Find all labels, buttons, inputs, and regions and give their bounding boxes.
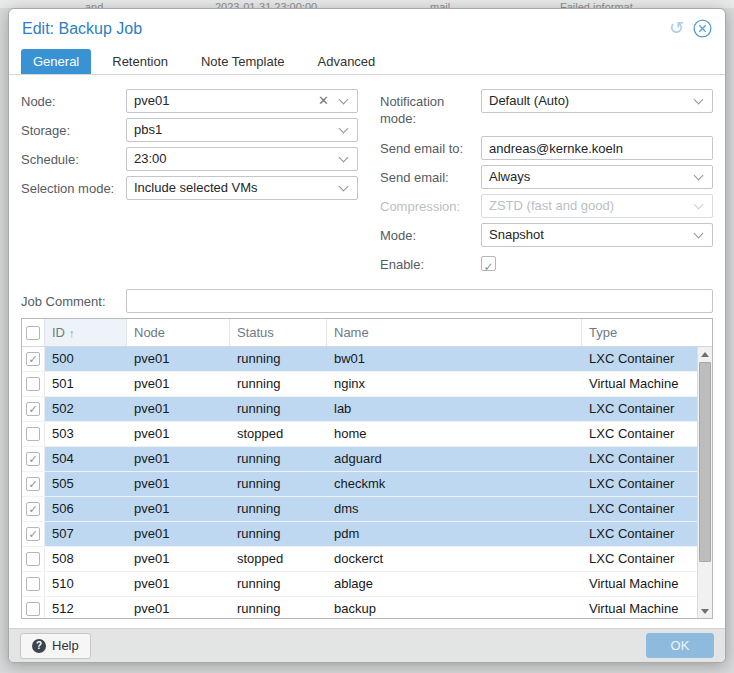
table-row[interactable]: 504 pve01 running adguard LXC Container: [22, 447, 712, 472]
job-comment-input[interactable]: [126, 289, 713, 313]
cell-type: LXC Container: [582, 447, 712, 471]
scrollbar-thumb[interactable]: [699, 362, 711, 562]
row-checkbox[interactable]: [26, 427, 40, 441]
tab-note-template[interactable]: Note Template: [189, 49, 297, 74]
table-row[interactable]: 506 pve01 running dms LXC Container: [22, 497, 712, 522]
table-header: ID↑ Node Status Name Type: [22, 319, 712, 347]
table-row[interactable]: 501 pve01 running nginx Virtual Machine: [22, 372, 712, 397]
cell-name: checkmk: [327, 472, 582, 496]
tab-advanced[interactable]: Advanced: [306, 49, 388, 74]
cell-status: running: [230, 572, 327, 596]
send-email-combo[interactable]: Always: [481, 165, 713, 189]
column-header-node[interactable]: Node: [127, 319, 230, 346]
select-all-checkbox[interactable]: [26, 326, 40, 340]
row-checkbox[interactable]: [26, 477, 40, 491]
background-text-fragment: Failed informat: [560, 1, 633, 8]
mode-combo[interactable]: Snapshot: [481, 223, 713, 247]
schedule-combo[interactable]: 23:00: [126, 147, 358, 171]
row-checkbox[interactable]: [26, 452, 40, 466]
row-checkbox[interactable]: [26, 602, 40, 616]
tab-label: Retention: [112, 54, 168, 69]
mode-label: Mode:: [380, 223, 481, 244]
cell-name: lab: [327, 397, 582, 421]
cell-status: stopped: [230, 547, 327, 571]
storage-label: Storage:: [21, 118, 126, 139]
job-comment-row: Job Comment:: [21, 289, 713, 313]
table-row[interactable]: 503 pve01 stopped home LXC Container: [22, 422, 712, 447]
column-header-name[interactable]: Name: [327, 319, 582, 346]
cell-node: pve01: [127, 597, 230, 618]
cell-node: pve01: [127, 472, 230, 496]
cell-id: 500: [45, 347, 127, 371]
notification-mode-combo[interactable]: Default (Auto): [481, 89, 713, 113]
cell-id: 510: [45, 572, 127, 596]
scrollbar-up-button[interactable]: [698, 347, 712, 361]
row-checkbox-cell: [22, 497, 45, 521]
table-row[interactable]: 500 pve01 running bw01 LXC Container: [22, 347, 712, 372]
tab-general[interactable]: General: [21, 49, 91, 74]
node-label: Node:: [21, 89, 126, 110]
table-row[interactable]: 507 pve01 running pdm LXC Container: [22, 522, 712, 547]
table-row[interactable]: 512 pve01 running backup Virtual Machine: [22, 597, 712, 618]
storage-field-row: Storage: pbs1: [21, 118, 358, 142]
table-row[interactable]: 508 pve01 stopped dockerct LXC Container: [22, 547, 712, 572]
cell-name: nginx: [327, 372, 582, 396]
cell-status: stopped: [230, 422, 327, 446]
ok-button[interactable]: OK: [646, 633, 714, 658]
tab-retention[interactable]: Retention: [100, 49, 180, 74]
selection-mode-label: Selection mode:: [21, 176, 126, 197]
row-checkbox[interactable]: [26, 502, 40, 516]
row-checkbox[interactable]: [26, 402, 40, 416]
column-header-status[interactable]: Status: [230, 319, 327, 346]
cell-id: 504: [45, 447, 127, 471]
schedule-label: Schedule:: [21, 147, 126, 168]
row-checkbox[interactable]: [26, 552, 40, 566]
row-checkbox-cell: [22, 347, 45, 371]
close-icon[interactable]: [693, 19, 712, 38]
compression-label: Compression:: [380, 194, 481, 215]
column-header-id[interactable]: ID↑: [45, 319, 127, 346]
tab-label: Note Template: [201, 54, 285, 69]
node-combo[interactable]: pve01 ✕: [126, 89, 358, 113]
scrollbar-down-button[interactable]: [698, 604, 712, 618]
storage-combo[interactable]: pbs1: [126, 118, 358, 142]
cell-id: 506: [45, 497, 127, 521]
selection-mode-combo[interactable]: Include selected VMs: [126, 176, 358, 200]
compression-combo: ZSTD (fast and good): [481, 194, 713, 218]
cell-name: ablage: [327, 572, 582, 596]
cell-name: adguard: [327, 447, 582, 471]
cell-type: Virtual Machine: [582, 597, 712, 618]
cell-name: backup: [327, 597, 582, 618]
vertical-scrollbar[interactable]: [697, 347, 712, 618]
notification-mode-field-row: Notification mode: Default (Auto): [380, 89, 713, 127]
dialog-header: Edit: Backup Job ↺: [9, 9, 725, 49]
cell-status: running: [230, 597, 327, 618]
enable-field-row: Enable:: [380, 252, 713, 273]
compression-combo-value: ZSTD (fast and good): [482, 195, 712, 217]
selection-mode-combo-value: Include selected VMs: [127, 177, 357, 199]
notification-mode-combo-value: Default (Auto): [482, 90, 712, 112]
row-checkbox[interactable]: [26, 577, 40, 591]
scroll-down-icon: [701, 609, 709, 614]
row-checkbox[interactable]: [26, 352, 40, 366]
background-page-sliver: and 2023-01-31 23:00:00 mail Failed info…: [0, 0, 734, 8]
tab-label: General: [33, 54, 79, 69]
cell-name: bw01: [327, 347, 582, 371]
table-row[interactable]: 505 pve01 running checkmk LXC Container: [22, 472, 712, 497]
row-checkbox-cell: [22, 422, 45, 446]
help-button[interactable]: ? Help: [20, 633, 91, 659]
reset-undo-icon[interactable]: ↺: [669, 19, 684, 38]
row-checkbox-cell: [22, 522, 45, 546]
row-checkbox-cell: [22, 447, 45, 471]
column-header-type[interactable]: Type: [582, 319, 712, 346]
enable-checkbox[interactable]: [481, 256, 496, 271]
form-area: Node: pve01 ✕ Storage: pbs1 Schedule:: [21, 89, 713, 276]
cell-node: pve01: [127, 447, 230, 471]
table-row[interactable]: 510 pve01 running ablage Virtual Machine: [22, 572, 712, 597]
send-email-to-input[interactable]: [481, 136, 713, 160]
table-row[interactable]: 502 pve01 running lab LXC Container: [22, 397, 712, 422]
clear-icon[interactable]: ✕: [318, 93, 329, 108]
cell-node: pve01: [127, 422, 230, 446]
row-checkbox[interactable]: [26, 527, 40, 541]
row-checkbox[interactable]: [26, 377, 40, 391]
